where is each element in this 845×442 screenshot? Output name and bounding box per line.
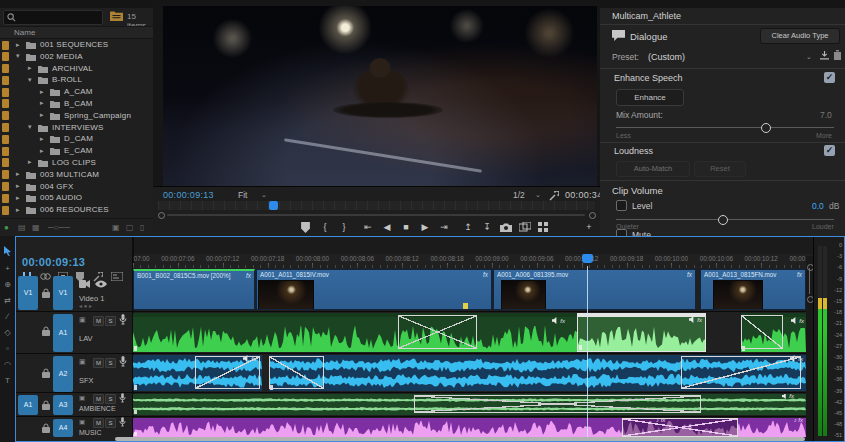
mark-out-button[interactable]: } (336, 220, 352, 234)
voiceover-mic-icon[interactable] (119, 314, 127, 325)
audio-clip[interactable]: fx (133, 313, 577, 352)
loudness-checkbox[interactable]: ✓ (824, 145, 835, 156)
tree-item-b-cam[interactable]: ▸B_CAM (0, 98, 153, 110)
tree-item-spring-campaign[interactable]: ▸Spring_Campaign (0, 110, 153, 122)
mix-amount-slider-thumb[interactable] (761, 123, 771, 133)
icon-view-icon[interactable]: ▦ (32, 223, 40, 232)
settings-wrench-icon[interactable] (549, 191, 559, 201)
trash-icon[interactable] (834, 50, 841, 60)
audio-long-crossfade[interactable] (414, 395, 701, 413)
clip-marker[interactable] (463, 303, 468, 309)
twirl-icon[interactable]: ▸ (16, 205, 20, 215)
play-stop-button[interactable]: ■ (398, 220, 414, 234)
music-crossfade[interactable] (622, 418, 738, 437)
twirl-icon[interactable]: ▸ (28, 63, 32, 73)
mute-track-button[interactable]: M (93, 394, 104, 404)
track-target-a4[interactable]: A4 (53, 419, 73, 437)
linked-selection-icon[interactable] (40, 272, 51, 281)
selection-tool[interactable] (4, 246, 12, 256)
lock-icon[interactable] (42, 400, 50, 410)
track-select-tool[interactable]: + (0, 264, 15, 273)
twirl-icon[interactable]: ▸ (16, 40, 20, 50)
resolution-select[interactable]: 1/2 (513, 190, 525, 200)
twirl-icon[interactable]: ▸ (40, 110, 44, 120)
tree-item-005-audio[interactable]: ▸005 AUDIO (0, 192, 153, 204)
solo-track-button[interactable]: S (105, 316, 116, 326)
twirl-icon[interactable]: ▸ (40, 98, 44, 108)
solo-track-button[interactable]: S (105, 418, 116, 428)
search-input[interactable] (3, 10, 103, 25)
label-color-chip[interactable] (2, 76, 9, 85)
tree-item-b-roll[interactable]: ▾B-ROLL (0, 74, 153, 86)
track-target-a2[interactable]: A2 (53, 356, 73, 392)
track-name[interactable]: AMBIENCE (79, 405, 116, 412)
label-color-chip[interactable] (2, 206, 9, 215)
tree-item-004-gfx[interactable]: ▸004 GFX (0, 181, 153, 193)
label-color-chip[interactable] (2, 111, 9, 120)
go-to-out-button[interactable]: ⇥ (436, 220, 452, 234)
tree-item-003-multicam[interactable]: ▸003 MULTICAM (0, 169, 153, 181)
twirl-icon[interactable]: ▸ (16, 193, 20, 203)
label-color-chip[interactable] (2, 170, 9, 179)
tree-item-archival[interactable]: ▸ARCHIVAL (0, 63, 153, 75)
video-clip[interactable]: A001_A013_0815FN.mov fx (700, 269, 806, 310)
tree-item-006-resources[interactable]: ▸006 RESOURCES (0, 204, 153, 216)
audio-clip[interactable]: ♪ fx ♪ fx (133, 418, 806, 437)
audio-fade-in[interactable] (269, 356, 324, 389)
tree-item-interviews[interactable]: ▾INTERVIEWS (0, 122, 153, 134)
type-tool[interactable]: T (0, 376, 15, 385)
extract-button[interactable]: ↧ (479, 220, 495, 234)
track-name[interactable]: SFX (79, 376, 94, 385)
solo-track-button[interactable]: S (105, 394, 116, 404)
source-patch-a1[interactable]: A1 (18, 395, 38, 415)
zoom-level-select[interactable]: Fit (238, 190, 247, 200)
audio-fade-out[interactable] (681, 356, 801, 389)
voiceover-mic-icon[interactable] (119, 417, 126, 427)
audio-crossfade-transition[interactable] (398, 315, 477, 349)
playhead[interactable] (582, 254, 593, 263)
tree-item-e-cam[interactable]: ▸E_CAM (0, 145, 153, 157)
track-name[interactable]: MUSIC (79, 429, 102, 436)
video-clip[interactable]: B001_B002_0815C5.mov [200%] fx (133, 269, 255, 310)
save-preset-icon[interactable] (820, 51, 829, 60)
label-color-chip[interactable] (2, 135, 9, 144)
rate-stretch-tool[interactable]: ⇄ (0, 296, 15, 305)
scroll-handle-left[interactable] (158, 212, 165, 219)
lock-icon[interactable] (42, 326, 50, 336)
label-color-chip[interactable] (2, 194, 9, 203)
comparison-view-icon[interactable] (519, 222, 531, 232)
keyframe-nav-icons[interactable]: ◂ ● ▸ (79, 302, 92, 309)
label-color-chip[interactable] (2, 182, 9, 191)
tree-item-002-media[interactable]: ▾002 MEDIA (0, 51, 153, 63)
preset-value[interactable]: (Custom) (648, 52, 685, 62)
keyframe-icon[interactable]: ▣ (79, 316, 86, 324)
voiceover-mic-icon[interactable] (119, 393, 126, 403)
video-clip[interactable]: A001_A011_0815IV.mov fx (256, 269, 492, 310)
lock-icon[interactable] (42, 423, 50, 433)
mute-track-button[interactable]: M (93, 316, 104, 326)
scroll-handle-right[interactable] (589, 212, 596, 219)
keyframe-icon[interactable]: ▣ (79, 418, 85, 426)
hand-tool[interactable]: ◠ (0, 360, 15, 369)
add-marker-icon[interactable] (301, 222, 310, 233)
twirl-icon[interactable]: ▸ (40, 87, 44, 97)
chevron-down-icon[interactable]: ⌄ (806, 53, 812, 61)
twirl-icon[interactable]: ▾ (28, 122, 32, 132)
twirl-icon[interactable]: ▸ (16, 169, 20, 179)
lift-button[interactable]: ↥ (460, 220, 476, 234)
keyframe-icon[interactable]: ▣ (79, 358, 86, 366)
source-patch-v1[interactable]: V1 (18, 276, 38, 310)
label-color-chip[interactable] (2, 147, 9, 156)
column-header[interactable]: Name (0, 26, 153, 39)
monitor-scrollbar[interactable] (167, 214, 585, 216)
tree-item-log-clips[interactable]: ▸LOG CLIPS (0, 157, 153, 169)
mix-amount-value[interactable]: 7.0 (820, 110, 832, 120)
camcorder-icon[interactable] (79, 280, 90, 288)
tree-item-001-sequences[interactable]: ▸001 SEQUENCES (0, 39, 153, 51)
track-target-a1[interactable]: A1 (53, 314, 73, 352)
step-back-button[interactable]: ◀ (379, 220, 395, 234)
label-color-chip[interactable] (2, 52, 9, 61)
twirl-icon[interactable]: ▾ (28, 75, 32, 85)
clear-audio-type-button[interactable]: Clear Audio Type (760, 28, 840, 44)
audio-fade-out[interactable] (195, 356, 260, 389)
